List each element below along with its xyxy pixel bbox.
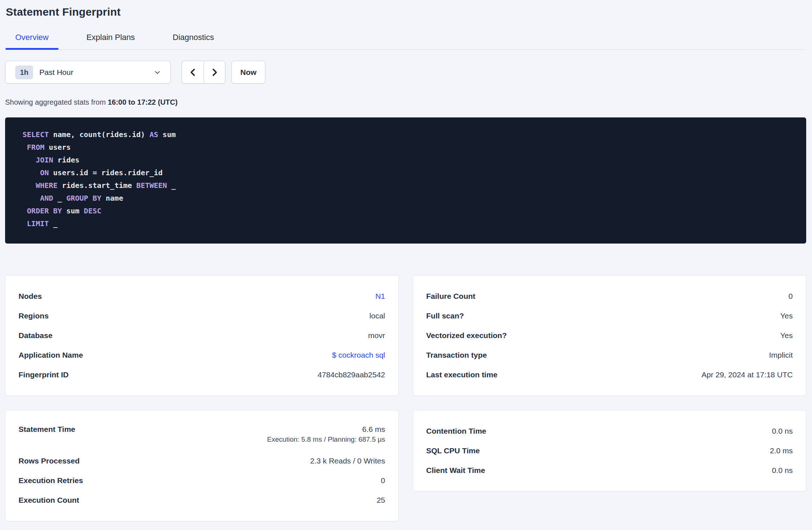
stat-row: SQL CPU Time2.0 ms	[426, 441, 793, 461]
time-range-label: Past Hour	[39, 68, 153, 77]
stat-value: 0.0 ns	[772, 466, 793, 475]
stat-value: 0	[788, 292, 793, 301]
stat-value: 2.0 ms	[770, 446, 793, 455]
stat-value: 0	[381, 476, 385, 485]
stat-row: Databasemovr	[19, 326, 385, 345]
next-time-range-button[interactable]	[204, 61, 225, 84]
time-range-dropdown[interactable]: 1h Past Hour	[5, 61, 171, 84]
time-range-pager	[182, 61, 225, 84]
sql-line: ON users.id = rides.rider_id	[23, 166, 792, 179]
overview-cards-row: NodesN1RegionslocalDatabasemovrApplicati…	[5, 275, 806, 396]
stat-label: Application Name	[19, 351, 83, 360]
stat-value: 2.3 k Reads / 0 Writes	[310, 457, 385, 465]
stat-row: Client Wait Time0.0 ns	[426, 461, 793, 480]
sql-line: SELECT name, count(rides.id) AS sum	[23, 128, 792, 141]
stat-value-wrap: 0	[788, 292, 793, 301]
stat-row: Application Name$ cockroach sql	[19, 345, 385, 365]
sql-statement-box: SELECT name, count(rides.id) AS sum FROM…	[5, 117, 806, 244]
aggregated-stats-line: Showing aggregated stats from 16:00 to 1…	[5, 98, 806, 107]
stat-value: Yes	[780, 312, 793, 320]
stat-label: Client Wait Time	[426, 466, 485, 475]
chevron-down-icon	[153, 68, 161, 76]
stat-value-wrap: 2.0 ms	[770, 446, 793, 455]
sql-line: FROM users	[23, 141, 792, 154]
stat-row: Statement Time6.6 msExecution: 5.8 ms / …	[19, 421, 385, 451]
stat-value-wrap: Implicit	[769, 351, 793, 360]
stat-label: Nodes	[19, 292, 42, 301]
statement-fingerprint-page: Statement Fingerprint OverviewExplain Pl…	[0, 0, 812, 521]
now-button[interactable]: Now	[232, 61, 265, 84]
stat-label: Statement Time	[19, 425, 75, 434]
tab-overview[interactable]: Overview	[5, 31, 59, 49]
stat-value: 0.0 ns	[772, 427, 793, 435]
tab-diagnostics[interactable]: Diagnostics	[163, 31, 224, 49]
stat-value-wrap: N1	[375, 292, 385, 301]
stat-label: Last execution time	[426, 370, 498, 379]
aggregated-stats-prefix: Showing aggregated stats from	[5, 98, 108, 106]
sql-line: JOIN rides	[23, 154, 792, 166]
stat-row: Transaction typeImplicit	[426, 345, 793, 365]
stat-value-wrap: Yes	[780, 312, 793, 320]
stat-label: Database	[19, 331, 52, 340]
stat-row: Fingerprint ID4784cb829aab2542	[19, 365, 385, 385]
stat-row: NodesN1	[19, 286, 385, 306]
stat-label: Failure Count	[426, 292, 475, 301]
stat-value-wrap: movr	[368, 331, 385, 340]
stat-value-wrap: 6.6 msExecution: 5.8 ms / Planning: 687.…	[267, 425, 385, 443]
overview-card-right: Failure Count0Full scan?YesVectorized ex…	[413, 275, 807, 396]
stat-label: Regions	[19, 312, 49, 320]
chevron-left-icon	[188, 68, 198, 77]
stat-value: 25	[377, 496, 385, 505]
stat-row: Execution Count25	[19, 490, 385, 510]
stat-label: SQL CPU Time	[426, 446, 480, 455]
stat-value-wrap: Apr 29, 2024 at 17:18 UTC	[702, 370, 793, 379]
sql-line: ORDER BY sum DESC	[23, 205, 792, 217]
sql-line: AND _ GROUP BY name	[23, 192, 792, 205]
stat-value-wrap: Yes	[780, 331, 793, 340]
stat-label: Contention Time	[426, 427, 486, 435]
stat-label: Vectorized execution?	[426, 331, 507, 340]
stat-label: Execution Count	[19, 496, 79, 505]
overview-card-left: NodesN1RegionslocalDatabasemovrApplicati…	[5, 275, 399, 396]
sql-line: WHERE rides.start_time BETWEEN _	[23, 179, 792, 192]
stat-value-link[interactable]: N1	[375, 292, 385, 301]
stat-row: Contention Time0.0 ns	[426, 421, 793, 441]
stat-label: Fingerprint ID	[19, 370, 69, 379]
tab-bar: OverviewExplain PlansDiagnostics	[5, 31, 806, 50]
time-range-badge: 1h	[15, 65, 33, 79]
timing-card-left: Statement Time6.6 msExecution: 5.8 ms / …	[5, 410, 399, 521]
stat-row: Last execution timeApr 29, 2024 at 17:18…	[426, 365, 793, 385]
stat-row: Rows Processed2.3 k Reads / 0 Writes	[19, 451, 385, 471]
stat-row: Failure Count0	[426, 286, 793, 306]
stat-label: Transaction type	[426, 351, 487, 360]
stat-value-wrap: 2.3 k Reads / 0 Writes	[310, 457, 385, 465]
chevron-right-icon	[210, 68, 219, 77]
stat-value-wrap: 4784cb829aab2542	[318, 370, 385, 379]
timing-card-right: Contention Time0.0 nsSQL CPU Time2.0 msC…	[413, 410, 807, 491]
sql-line: LIMIT _	[23, 217, 792, 230]
stat-label: Rows Processed	[19, 457, 80, 465]
stat-subvalue: Execution: 5.8 ms / Planning: 687.5 µs	[267, 435, 385, 443]
stat-row: Full scan?Yes	[426, 306, 793, 326]
stat-value: Implicit	[769, 351, 793, 360]
stat-value: movr	[368, 331, 385, 340]
aggregated-stats-range: 16:00 to 17:22 (UTC)	[108, 98, 177, 106]
timing-cards-row: Statement Time6.6 msExecution: 5.8 ms / …	[5, 410, 806, 521]
stat-value: 6.6 ms	[267, 425, 385, 434]
stat-value-link[interactable]: $ cockroach sql	[332, 351, 385, 360]
stat-value: local	[369, 312, 385, 320]
stat-label: Execution Retries	[19, 476, 83, 485]
stat-value-wrap: 0.0 ns	[772, 427, 793, 435]
stat-row: Regionslocal	[19, 306, 385, 326]
stat-label: Full scan?	[426, 312, 464, 320]
prev-time-range-button[interactable]	[182, 61, 204, 84]
tab-explain-plans[interactable]: Explain Plans	[77, 31, 145, 49]
stat-value: 4784cb829aab2542	[318, 370, 385, 379]
stat-value: Apr 29, 2024 at 17:18 UTC	[702, 370, 793, 379]
stat-value-wrap: 25	[377, 496, 385, 505]
stat-value-wrap: local	[369, 312, 385, 320]
page-title: Statement Fingerprint	[5, 6, 806, 18]
stat-value-wrap: 0	[381, 476, 385, 485]
stat-value: Yes	[780, 331, 793, 340]
stat-row: Execution Retries0	[19, 471, 385, 490]
